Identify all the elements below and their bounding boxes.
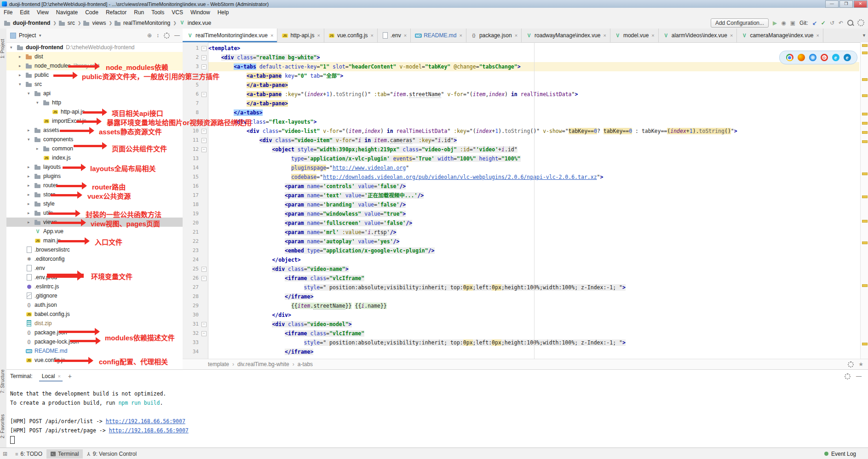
terminal-tab-local[interactable]: Local × — [39, 370, 63, 383]
tree-item-index.js[interactable]: index.js — [6, 153, 183, 162]
breadcrumb-views[interactable]: views — [83, 19, 106, 27]
fold-icon[interactable]: − — [201, 55, 207, 60]
tree-item-auth.json[interactable]: {}auth.json — [6, 300, 183, 310]
tree-item-node_modules[interactable]: ▸node_moduleslibrary root — [6, 61, 183, 70]
statusbar-Terminal[interactable]: >_Terminal — [46, 449, 83, 459]
close-icon[interactable]: × — [270, 33, 273, 38]
close-icon[interactable]: × — [816, 33, 819, 38]
fold-icon[interactable]: − — [201, 331, 207, 336]
title-bar[interactable]: duoji-frontend [D:\zheheWeb\duoji-fronte… — [0, 0, 868, 8]
terminal-link[interactable]: http://192.168.66.56:9007 — [106, 418, 185, 425]
close-icon[interactable]: × — [651, 33, 654, 38]
menu-vcs[interactable]: VCS — [168, 8, 187, 17]
bug-icon[interactable]: ◉ — [781, 20, 786, 26]
tree-item-vue.config.js[interactable]: vue.config.js — [6, 356, 183, 365]
tab-cameraManage-index.vue[interactable]: VcameraManage\index.vue× — [737, 29, 823, 42]
code-editor[interactable]: 1−2−3−456−78910−11−12−131415161718192021… — [183, 42, 868, 359]
history-icon[interactable]: ↺ — [830, 20, 834, 26]
tree-item-style[interactable]: ▸style — [6, 199, 183, 208]
tree-item-importExcel.js[interactable]: importExcel.js — [6, 116, 183, 126]
search-everywhere-icon[interactable] — [847, 20, 853, 26]
tree-item-http-api.js[interactable]: http-api.js — [6, 107, 183, 116]
close-icon[interactable]: × — [57, 373, 60, 379]
tree-item-duoji-frontend[interactable]: ▾duoji-frontendD:\zheheWeb\duoji-fronten… — [6, 43, 183, 52]
terminal-link[interactable]: http://192.168.66.56:9007 — [109, 427, 189, 434]
tab-model.vue[interactable]: Vmodel.vue× — [610, 29, 659, 42]
tree-item-.eslintrc.js[interactable]: .eslintrc.js — [6, 282, 183, 291]
stripe-structure-button[interactable]: 7: Structure — [0, 362, 6, 401]
tree-item-public[interactable]: ▸public — [6, 70, 183, 80]
opera-icon[interactable]: O — [821, 54, 828, 61]
terminal-output[interactable]: Note that the development build is not o… — [6, 383, 868, 444]
tree-item-http[interactable]: ▾http — [6, 98, 183, 107]
tree-item-package-lock.json[interactable]: {}package-lock.json — [6, 337, 183, 346]
breadcrumb-realTimeMonitoring[interactable]: realTimeMonitoring — [114, 19, 170, 27]
close-icon[interactable]: × — [317, 33, 320, 38]
add-configuration-button[interactable]: Add Configuration... — [711, 18, 769, 28]
hide-terminal-icon[interactable]: — — [856, 373, 862, 379]
tool-windows-grid-icon[interactable]: ⊞ — [3, 451, 7, 457]
stripe-favorites-button[interactable]: 2: Favorites — [0, 406, 6, 447]
terminal-settings-icon[interactable] — [845, 373, 851, 379]
tree-item-components[interactable]: ▾components — [6, 135, 183, 144]
breadcrumb-src[interactable]: src — [58, 19, 75, 27]
menu-tools[interactable]: Tools — [148, 8, 168, 17]
tree-item-store[interactable]: ▸store — [6, 190, 183, 199]
firefox-icon[interactable] — [798, 54, 805, 61]
close-icon[interactable]: × — [404, 33, 407, 38]
tree-item-api[interactable]: ▾api — [6, 89, 183, 98]
safari-icon[interactable] — [809, 54, 816, 61]
close-icon[interactable]: × — [730, 33, 733, 38]
editor-breadcrumb-div.realTime.bg-white[interactable]: div.realTime.bg-white — [237, 361, 289, 367]
edge-icon[interactable]: e — [844, 54, 851, 61]
menu-refactor[interactable]: Refactor — [102, 8, 130, 17]
locate-file-icon[interactable]: ⊕ — [147, 32, 152, 39]
tree-item-layouts[interactable]: ▸layouts — [6, 162, 183, 172]
tab-package.json[interactable]: {}package.json× — [466, 29, 522, 42]
tree-item-plugins[interactable]: ▸plugins — [6, 172, 183, 181]
tab-realTimeMonitoring-index.vue[interactable]: VrealTimeMonitoring\index.vue× — [183, 29, 277, 42]
event-log-button[interactable]: Event Log — [824, 451, 856, 457]
menu-edit[interactable]: Edit — [16, 8, 33, 17]
tree-item-utils[interactable]: ▸utils — [6, 208, 183, 218]
vcs-update-icon[interactable]: ↙ — [812, 20, 817, 26]
menu-code[interactable]: Code — [81, 8, 102, 17]
statusbar-9-Version-Control[interactable]: Y9: Version Control — [83, 449, 141, 459]
tree-item-package.json[interactable]: {}package.json — [6, 328, 183, 337]
hide-panel-icon[interactable]: — — [174, 32, 180, 39]
editor-breadcrumb-a-tabs[interactable]: a-tabs — [298, 361, 313, 367]
fold-icon[interactable]: − — [201, 92, 207, 97]
tree-item-common[interactable]: ▸common — [6, 144, 183, 153]
close-button[interactable]: ✕ — [854, 0, 867, 8]
fold-icon[interactable]: − — [201, 276, 207, 281]
tree-item-assets[interactable]: ▸assets — [6, 126, 183, 135]
tab-http-api.js[interactable]: http-api.js× — [277, 29, 324, 42]
tree-item-.editorconfig[interactable]: ✱.editorconfig — [6, 254, 183, 264]
menu-file[interactable]: File — [0, 8, 16, 17]
tab-.env[interactable]: .env× — [378, 29, 411, 42]
menu-help[interactable]: Help — [214, 8, 233, 17]
error-stripe[interactable] — [860, 42, 868, 359]
fold-icon[interactable]: − — [201, 322, 207, 327]
vcs-commit-icon[interactable]: ✓ — [821, 20, 826, 26]
rollback-icon[interactable]: ↶ — [839, 20, 843, 26]
tree-item-.env.prod[interactable]: .env.prod — [6, 273, 183, 282]
menu-navigate[interactable]: Navigate — [52, 8, 81, 17]
close-icon[interactable]: × — [459, 33, 462, 38]
fold-icon[interactable]: − — [201, 138, 207, 143]
tree-item-.gitignore[interactable]: .gitignore — [6, 291, 183, 300]
tree-item-main.js[interactable]: main.js — [6, 236, 183, 245]
menu-run[interactable]: Run — [130, 8, 148, 17]
tabs-dropdown-icon[interactable]: ▼ — [862, 33, 866, 38]
fold-icon[interactable]: − — [201, 147, 207, 152]
settings-icon[interactable] — [857, 19, 864, 26]
menu-view[interactable]: View — [33, 8, 52, 17]
tree-item-babel.config.js[interactable]: babel.config.js — [6, 310, 183, 319]
menu-window[interactable]: Window — [187, 8, 214, 17]
tree-item-README.md[interactable]: README.md — [6, 346, 183, 356]
chrome-icon[interactable] — [786, 54, 793, 61]
statusbar-6-TODO[interactable]: ≡6: TODO — [11, 449, 46, 459]
project-panel-header[interactable]: Project ▼ ⊕ ↕ — — [6, 29, 183, 43]
breadcrumb-index.vue[interactable]: Vindex.vue — [178, 19, 211, 27]
editor-breadcrumb-template[interactable]: template — [208, 361, 229, 367]
